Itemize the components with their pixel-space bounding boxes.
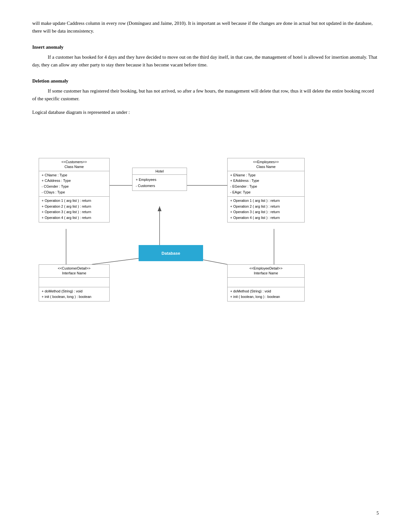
customers-uml-box: <<Customers>>Class Name + CName : Type +… [39,158,110,222]
deletion-anomaly-heading: Deletion anomaly [32,78,379,84]
employee-detail-empty [228,278,304,287]
customer-detail-empty [39,278,109,287]
database-box: Database [139,245,203,261]
insert-anomaly-heading: Insert anomaly [32,44,379,50]
employee-detail-box: <<EmployeeDetail>>Interface Name + doMet… [227,264,305,301]
customer-detail-header: <<CustomerDetail>>Interface Name [39,265,109,278]
hotel-items: + Employees - Customers [132,175,187,191]
hotel-box-header: Hotel [132,168,187,175]
database-label: Database [161,251,180,256]
svg-line-4 [92,258,142,264]
page-number: 5 [377,511,379,516]
employee-detail-header: <<EmployeeDetail>>Interface Name [228,265,304,278]
customers-box-header: <<Customers>>Class Name [39,158,109,171]
insert-anomaly-paragraph: If a customer has booked for 4 days and … [32,53,379,69]
logical-database-diagram: <<Customers>>Class Name + CName : Type +… [32,126,379,345]
customers-attributes: + CName : Type + CAddress : Type - CGend… [39,171,109,197]
page-content: will make update Caddress column in ever… [32,19,379,345]
employee-detail-methods: + doMethod (String) : void + init ( bool… [228,287,304,301]
diagram-label: Logical database diagram is represented … [32,108,379,116]
svg-marker-3 [158,206,161,211]
customers-operations: + Operation 1 ( arg list ) : return + Op… [39,197,109,222]
employees-attributes: + EName : Type + EAddress : Type - EGend… [228,171,304,197]
customer-detail-methods: + doMethod (String) : void + init ( bool… [39,287,109,301]
deletion-anomaly-paragraph: If some customer has registered their bo… [32,87,379,103]
employees-box-header: <<Employees>>Class Name [228,158,304,171]
hotel-box: Hotel + Employees - Customers [132,168,187,191]
customer-detail-box: <<CustomerDetail>>Interface Name + doMet… [39,264,110,301]
employees-uml-box: <<Employees>>Class Name + EName : Type +… [227,158,305,222]
employees-operations: + Operation 1 ( arg list ) : return + Op… [228,197,304,222]
intro-paragraph: will make update Caddress column in ever… [32,19,379,35]
